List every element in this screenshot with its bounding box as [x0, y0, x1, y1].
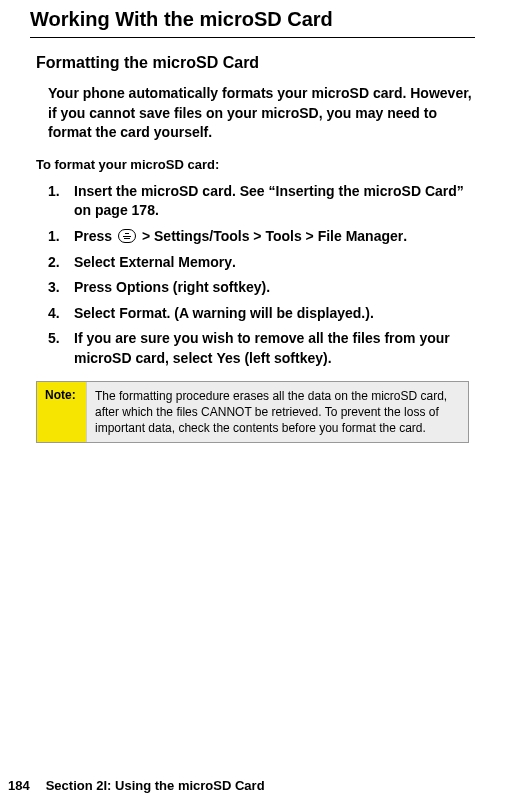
steps-list: 1. Insert the microSD card. See “Inserti… [30, 182, 475, 369]
step-item: 3. Press Options (right softkey). [48, 278, 475, 298]
step-number: 1. [48, 227, 74, 247]
section-heading: Formatting the microSD Card [30, 54, 475, 72]
step-text: Insert the microSD card. See “Inserting … [74, 182, 475, 221]
page-footer: 184Section 2I: Using the microSD Card [0, 778, 265, 793]
step-item: 1. Press > Settings/Tools > Tools > File… [48, 227, 475, 247]
step-item: 4. Select Format. (A warning will be dis… [48, 304, 475, 324]
step-number: 4. [48, 304, 74, 324]
page-number: 184 [8, 778, 30, 793]
note-label: Note: [37, 382, 87, 443]
note-box: Note: The formatting procedure erases al… [36, 381, 469, 444]
procedure-heading: To format your microSD card: [30, 157, 475, 172]
step-number: 5. [48, 329, 74, 368]
step-number: 2. [48, 253, 74, 273]
page-title: Working With the microSD Card [30, 8, 475, 38]
step-item: 5. If you are sure you wish to remove al… [48, 329, 475, 368]
step-text: If you are sure you wish to remove all t… [74, 329, 475, 368]
step-text: Select External Memory. [74, 253, 475, 273]
menu-key-icon [118, 229, 136, 243]
note-text: The formatting procedure erases all the … [87, 382, 468, 443]
step-number: 3. [48, 278, 74, 298]
section-label: Section 2I: Using the microSD Card [46, 778, 265, 793]
step-item: 2. Select External Memory. [48, 253, 475, 273]
step-item: 1. Insert the microSD card. See “Inserti… [48, 182, 475, 221]
step-text: Select Format. (A warning will be displa… [74, 304, 475, 324]
step-text: Press > Settings/Tools > Tools > File Ma… [74, 227, 475, 247]
step-number: 1. [48, 182, 74, 221]
intro-paragraph: Your phone automatically formats your mi… [30, 84, 475, 143]
step-text: Press Options (right softkey). [74, 278, 475, 298]
